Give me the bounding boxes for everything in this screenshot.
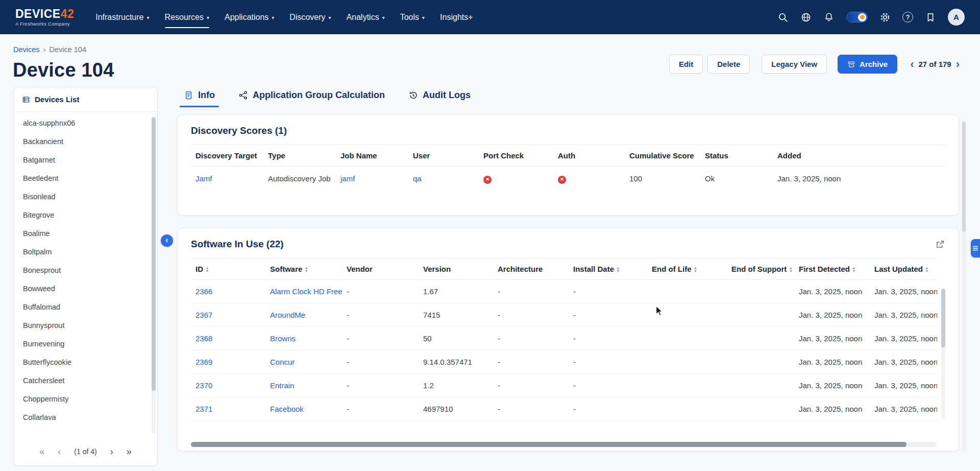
device-list-item[interactable]: Buffalomad bbox=[14, 298, 157, 316]
sort-icon[interactable]: ▴▾ bbox=[926, 267, 928, 273]
pager-prev-icon[interactable]: ‹ bbox=[910, 59, 914, 70]
col-added: Added bbox=[773, 145, 945, 167]
nav-item-tools[interactable]: Tools▾ bbox=[400, 9, 425, 26]
list-icon bbox=[22, 96, 30, 104]
job-name-link[interactable]: jamf bbox=[340, 174, 355, 183]
chevron-down-icon: ▾ bbox=[422, 15, 425, 20]
device-list-item[interactable]: Catchersleet bbox=[14, 371, 157, 390]
delete-button[interactable]: Delete bbox=[707, 55, 750, 74]
port-check-failed-icon: ✕ bbox=[483, 176, 492, 184]
device-list-item[interactable]: Choppermisty bbox=[14, 390, 157, 408]
software-vertical-scrollbar-thumb[interactable] bbox=[941, 289, 945, 347]
brand-logo[interactable]: DEVICE42 A Freshworks Company bbox=[15, 8, 74, 27]
next-page-icon[interactable]: › bbox=[110, 447, 113, 456]
col-status: Status bbox=[700, 145, 773, 167]
software-id-link[interactable]: 2370 bbox=[195, 381, 212, 390]
tab-audit-logs[interactable]: Audit Logs bbox=[408, 90, 471, 107]
software-name-link[interactable]: Concur bbox=[270, 358, 295, 366]
chevron-down-icon: ▾ bbox=[382, 15, 385, 20]
discovery-scores-card: Discovery Scores (1) Discovery Target Ty… bbox=[177, 114, 959, 216]
globe-icon[interactable] bbox=[800, 12, 812, 23]
table-row: 2371 Facebook - 4697910 - - Jan. 3, 2025… bbox=[191, 397, 937, 421]
col-install-date[interactable]: Install Date▴▾ bbox=[569, 258, 647, 280]
software-name-link[interactable]: Entrain bbox=[270, 381, 295, 390]
nav-item-insights[interactable]: Insights+ bbox=[440, 9, 473, 26]
sort-icon[interactable]: ▴▾ bbox=[305, 267, 307, 273]
col-first-detected[interactable]: First Detected▴▾ bbox=[794, 258, 870, 280]
software-name-link[interactable]: AroundMe bbox=[270, 311, 305, 319]
col-cumulative-score: Cumulative Score bbox=[625, 145, 700, 167]
sidebar-collapse-button[interactable]: ‹ bbox=[161, 234, 173, 247]
legacy-view-button[interactable]: Legacy View bbox=[762, 55, 827, 74]
content-scrollbar bbox=[962, 120, 966, 451]
device-list-item[interactable]: alca-supphnx06 bbox=[14, 114, 157, 132]
device-list-item[interactable]: Bunnysprout bbox=[14, 316, 157, 335]
tab-info[interactable]: Info bbox=[184, 90, 215, 107]
breadcrumb-devices-link[interactable]: Devices bbox=[13, 45, 40, 54]
software-horizontal-scrollbar-thumb[interactable] bbox=[191, 442, 906, 447]
software-name-link[interactable]: Alarm Clock HD Free bbox=[270, 287, 342, 296]
device-list-item[interactable]: Burnevening bbox=[14, 335, 157, 353]
nav-item-infrastructure[interactable]: Infrastructure▾ bbox=[95, 9, 149, 26]
content-scrollbar-thumb[interactable] bbox=[962, 122, 966, 232]
top-navbar: DEVICE42 A Freshworks Company Infrastruc… bbox=[0, 0, 980, 34]
nav-item-analytics[interactable]: Analytics▾ bbox=[347, 9, 385, 26]
gear-icon[interactable] bbox=[879, 12, 891, 23]
pager-next-icon[interactable]: › bbox=[956, 59, 960, 70]
device-list-item[interactable]: Collarlava bbox=[14, 408, 157, 427]
nav-item-applications[interactable]: Applications▾ bbox=[225, 9, 274, 26]
sort-icon[interactable]: ▴▾ bbox=[695, 267, 697, 273]
sort-icon[interactable]: ▴▾ bbox=[853, 267, 855, 273]
help-icon[interactable]: ? bbox=[902, 12, 913, 22]
device-list-item[interactable]: Batgarnet bbox=[14, 151, 157, 169]
software-id-link[interactable]: 2369 bbox=[195, 358, 212, 366]
user-link[interactable]: qa bbox=[413, 174, 422, 183]
sort-icon[interactable]: ▴▾ bbox=[617, 267, 619, 273]
software-name-link[interactable]: Facebook bbox=[270, 405, 304, 413]
nav-item-discovery[interactable]: Discovery▾ bbox=[289, 9, 331, 26]
user-avatar[interactable]: A bbox=[948, 9, 965, 26]
bookmark-icon[interactable] bbox=[925, 12, 936, 23]
col-last-updated[interactable]: Last Updated▴▾ bbox=[870, 258, 937, 280]
discovery-target-link[interactable]: Jamf bbox=[195, 174, 212, 183]
col-end-of-life[interactable]: End of Life▴▾ bbox=[647, 258, 727, 280]
table-row: 2366 Alarm Clock HD Free - 1.67 - - Jan.… bbox=[191, 280, 937, 303]
right-panel-toggle[interactable] bbox=[971, 239, 980, 257]
tab-application-group-calculation[interactable]: Application Group Calculation bbox=[238, 90, 385, 107]
col-job-name: Job Name bbox=[336, 145, 408, 167]
theme-toggle-knob bbox=[858, 13, 866, 21]
col-end-of-support[interactable]: End of Support▴▾ bbox=[727, 258, 794, 280]
last-page-icon[interactable]: » bbox=[127, 447, 132, 456]
breadcrumb: Devices › Device 104 bbox=[13, 45, 86, 54]
device-list-item[interactable]: Backancient bbox=[14, 132, 157, 151]
breadcrumb-separator: › bbox=[43, 45, 46, 54]
software-id-link[interactable]: 2367 bbox=[195, 311, 212, 319]
search-icon[interactable] bbox=[777, 12, 789, 23]
theme-toggle[interactable] bbox=[846, 12, 868, 22]
external-link-icon[interactable] bbox=[935, 239, 945, 249]
prev-page-icon[interactable]: ‹ bbox=[58, 447, 61, 456]
nav-item-resources[interactable]: Resources▾ bbox=[165, 9, 210, 26]
software-id-link[interactable]: 2371 bbox=[195, 405, 212, 413]
software-id-link[interactable]: 2366 bbox=[195, 287, 212, 296]
device-list-item[interactable]: Butterflycookie bbox=[14, 353, 157, 371]
device-list-item[interactable]: Boalime bbox=[14, 224, 157, 243]
col-software[interactable]: Software▴▾ bbox=[265, 258, 342, 280]
edit-button[interactable]: Edit bbox=[669, 55, 703, 74]
bell-icon[interactable] bbox=[823, 12, 835, 23]
first-page-icon[interactable]: « bbox=[39, 447, 44, 456]
col-id[interactable]: ID▴▾ bbox=[191, 258, 265, 280]
device-list-item[interactable]: Bitegrove bbox=[14, 206, 157, 224]
device-list-item[interactable]: Bisonlead bbox=[14, 187, 157, 206]
device-list-item[interactable]: Bonesprout bbox=[14, 261, 157, 279]
device-list-item[interactable]: Bowweed bbox=[14, 279, 157, 298]
archive-button[interactable]: Archive bbox=[838, 55, 897, 74]
device-list-item[interactable]: Boltpalm bbox=[14, 243, 157, 261]
software-name-link[interactable]: Browns bbox=[270, 334, 296, 343]
device-list-item[interactable]: Beetledent bbox=[14, 169, 157, 187]
sort-icon[interactable]: ▴▾ bbox=[206, 267, 208, 273]
software-id-link[interactable]: 2368 bbox=[195, 334, 212, 343]
sort-icon[interactable]: ▴▾ bbox=[790, 267, 792, 273]
archive-icon bbox=[847, 60, 855, 68]
sidebar-scrollbar-thumb[interactable] bbox=[152, 117, 156, 391]
